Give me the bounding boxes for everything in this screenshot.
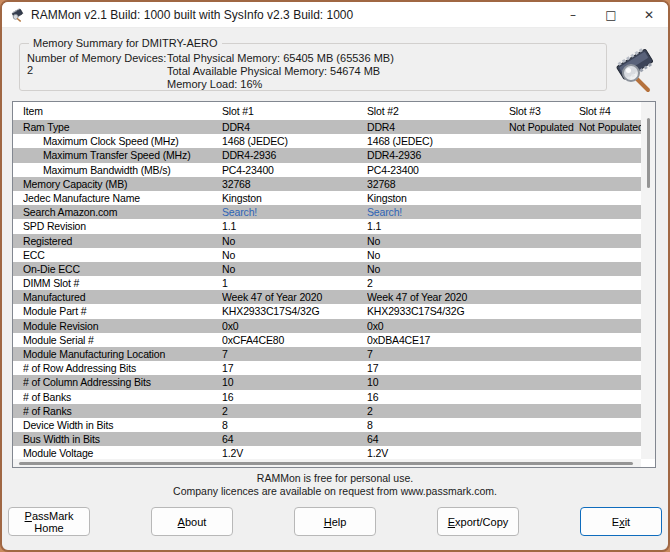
slot-value: No — [367, 234, 509, 248]
minimize-button[interactable]: – — [554, 2, 592, 27]
rammon-window: RAMMon v2.1 Build: 1000 built with SysIn… — [0, 0, 670, 552]
item-label: On-Die ECC — [23, 262, 222, 276]
button-row: PassMark Home About Help Export/Copy Exi… — [8, 507, 662, 536]
column-header-4[interactable]: Slot #4 — [579, 105, 641, 117]
table-row[interactable]: Device Width in Bits88 — [13, 418, 641, 432]
about-button[interactable]: About — [151, 507, 233, 536]
license-line-1: RAMMon is free for personal use. — [2, 472, 668, 485]
item-label: Module Manufacturing Location — [23, 347, 222, 361]
slot-value: 64 — [222, 432, 367, 446]
slot-value: 32768 — [222, 177, 367, 191]
slot-value: 8 — [367, 418, 509, 432]
table-row[interactable]: DIMM Slot #12 — [13, 276, 641, 290]
slot-value: 64 — [367, 432, 509, 446]
table-row[interactable]: Module Part #KHX2933C17S4/32GKHX2933C17S… — [13, 304, 641, 318]
item-label: SPD Revision — [23, 219, 222, 233]
table-row[interactable]: Maximum Transfer Speed (MHz)DDR4-2936DDR… — [13, 148, 641, 162]
item-label: # of Column Addressing Bits — [23, 375, 222, 389]
table-row[interactable]: Ram TypeDDR4DDR4Not PopulatedNot Populat… — [13, 120, 641, 134]
title-bar: RAMMon v2.1 Build: 1000 built with SysIn… — [2, 2, 668, 28]
table-row[interactable]: RegisteredNoNo — [13, 234, 641, 248]
slot-value: 2 — [367, 276, 509, 290]
column-header-0[interactable]: Item — [23, 105, 222, 117]
table-row[interactable]: ManufacturedWeek 47 of Year 2020Week 47 … — [13, 290, 641, 304]
table-row[interactable]: # of Column Addressing Bits1010 — [13, 375, 641, 389]
export-copy-button[interactable]: Export/Copy — [437, 507, 519, 536]
slot-value: PC4-23400 — [367, 163, 509, 177]
memory-details-table: ItemSlot #1Slot #2Slot #3Slot #4 Ram Typ… — [12, 101, 656, 468]
table-row[interactable]: Module Revision0x00x0 — [13, 319, 641, 333]
slot-value: DDR4 — [367, 120, 509, 134]
slot-value: 7 — [222, 347, 367, 361]
item-label: # of Banks — [23, 390, 222, 404]
item-label: ECC — [23, 248, 222, 262]
amazon-search-link[interactable]: Search! — [222, 205, 367, 219]
slot-value: 1 — [222, 276, 367, 290]
vertical-scrollbar-thumb[interactable] — [647, 118, 650, 188]
memory-devices-count: Number of Memory Devices: 2 — [27, 52, 167, 91]
passmark-home-button[interactable]: PassMark Home — [8, 507, 90, 536]
slot-value: 16 — [222, 390, 367, 404]
close-button[interactable]: ✕ — [630, 2, 668, 27]
slot-value: Not Populated — [579, 120, 641, 134]
item-label: Maximum Bandwidth (MB/s) — [23, 163, 222, 177]
column-header-2[interactable]: Slot #2 — [367, 105, 509, 117]
table-row[interactable]: Bus Width in Bits6464 — [13, 432, 641, 446]
item-label: Module Revision — [23, 319, 222, 333]
table-row[interactable]: Module Serial #0xCFA4CE800xDBA4CE17 — [13, 333, 641, 347]
slot-value: 10 — [367, 375, 509, 389]
slot-value: 32768 — [367, 177, 509, 191]
slot-value: No — [367, 262, 509, 276]
table-row[interactable]: # of Row Addressing Bits1717 — [13, 361, 641, 375]
column-header-1[interactable]: Slot #1 — [222, 105, 367, 117]
table-header-row: ItemSlot #1Slot #2Slot #3Slot #4 — [13, 102, 641, 120]
exit-button[interactable]: Exit — [580, 507, 662, 536]
slot-value: 2 — [367, 404, 509, 418]
table-row[interactable]: Memory Capacity (MB)3276832768 — [13, 177, 641, 191]
slot-value: Week 47 of Year 2020 — [367, 290, 509, 304]
slot-value: 17 — [367, 361, 509, 375]
table-row[interactable]: SPD Revision1.11.1 — [13, 219, 641, 233]
vertical-scrollbar[interactable] — [641, 102, 655, 459]
column-header-3[interactable]: Slot #3 — [509, 105, 579, 117]
table-row[interactable]: ECCNoNo — [13, 248, 641, 262]
slot-value: No — [222, 248, 367, 262]
table-row[interactable]: Module Manufacturing Location77 — [13, 347, 641, 361]
slot-value: 17 — [222, 361, 367, 375]
maximize-button[interactable]: □ — [592, 2, 630, 27]
item-label: Jedec Manufacture Name — [23, 191, 222, 205]
table-row[interactable]: Maximum Clock Speed (MHz)1468 (JEDEC)146… — [13, 134, 641, 148]
slot-value: No — [367, 248, 509, 262]
table-row[interactable]: Search Amazon.comSearch!Search! — [13, 205, 641, 219]
slot-value: Kingston — [222, 191, 367, 205]
slot-value: 2 — [222, 404, 367, 418]
table-row[interactable]: On-Die ECCNoNo — [13, 262, 641, 276]
slot-value: 0x0 — [222, 319, 367, 333]
slot-value: 1468 (JEDEC) — [367, 134, 509, 148]
item-label: Maximum Clock Speed (MHz) — [23, 134, 222, 148]
slot-value: Week 47 of Year 2020 — [222, 290, 367, 304]
item-label: Maximum Transfer Speed (MHz) — [23, 148, 222, 162]
table-row[interactable]: Module Voltage1.2V1.2V — [13, 446, 641, 459]
license-line-2: Company licences are available on reques… — [2, 485, 668, 498]
slot-value: 7 — [367, 347, 509, 361]
slot-value: PC4-23400 — [222, 163, 367, 177]
horizontal-scrollbar-thumb[interactable] — [19, 462, 633, 465]
item-label: Ram Type — [23, 120, 222, 134]
license-notice: RAMMon is free for personal use. Company… — [2, 472, 668, 498]
table-row[interactable]: Maximum Bandwidth (MB/s)PC4-23400PC4-234… — [13, 163, 641, 177]
horizontal-scrollbar[interactable] — [13, 459, 641, 467]
item-label: Registered — [23, 234, 222, 248]
item-label: Device Width in Bits — [23, 418, 222, 432]
slot-value: 1.1 — [222, 219, 367, 233]
item-label: Memory Capacity (MB) — [23, 177, 222, 191]
help-button[interactable]: Help — [294, 507, 376, 536]
slot-value: DDR4 — [222, 120, 367, 134]
table-row[interactable]: # of Ranks22 — [13, 404, 641, 418]
table-row[interactable]: Jedec Manufacture NameKingstonKingston — [13, 191, 641, 205]
memory-summary-group: Memory Summary for DMITRY-AERO Number of… — [19, 43, 607, 91]
amazon-search-link[interactable]: Search! — [367, 205, 509, 219]
item-label: Module Voltage — [23, 446, 222, 459]
table-row[interactable]: # of Banks1616 — [13, 390, 641, 404]
item-label: # of Ranks — [23, 404, 222, 418]
